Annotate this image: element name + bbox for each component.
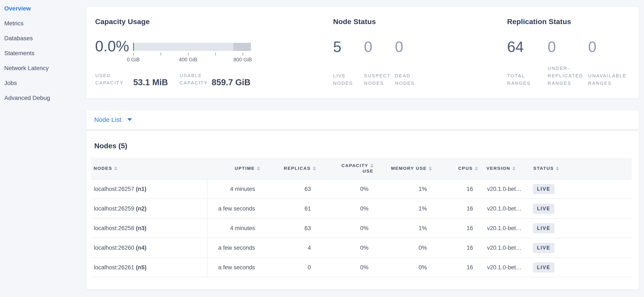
live-status-badge: LIVE: [533, 243, 554, 253]
sort-up-arrow-icon: [370, 164, 374, 165]
sidebar-item-overview[interactable]: Overview: [0, 1, 85, 16]
summary-metric-value: 64: [507, 39, 548, 54]
node-address-cell: localhost:26259(n2): [91, 199, 208, 218]
summary-metric: 0SUSPECT NODES: [364, 41, 395, 87]
column-header-cpus[interactable]: CPUS: [432, 166, 478, 171]
uptime-cell: a few seconds: [208, 205, 260, 212]
node-address: localhost:26257: [94, 186, 134, 192]
sidebar-nav: OverviewMetricsDatabasesStatementsNetwor…: [0, 0, 85, 105]
cpus-cell: 16: [432, 264, 478, 271]
sort-down-arrow-icon: [257, 169, 260, 170]
uptime-cell: a few seconds: [208, 245, 260, 251]
column-header-uptime[interactable]: UPTIME: [208, 166, 260, 171]
summary-metric: 0DEAD NODES: [395, 41, 426, 87]
summary-metric-value: 0: [395, 39, 426, 54]
capacity-axis-labels: 0 GiB400 GiB800 GiB: [133, 57, 251, 63]
column-header-capacity_use[interactable]: CAPACITYUSE: [316, 163, 374, 174]
sidebar-item-statements[interactable]: Statements: [0, 46, 85, 61]
axis-tick: [133, 53, 134, 55]
summary-metric-value: 0: [364, 39, 395, 54]
sort-up-arrow-icon: [257, 166, 260, 168]
column-header-label: VERSION: [486, 166, 510, 171]
sidebar-item-databases[interactable]: Databases: [0, 31, 85, 46]
sort-down-arrow-icon: [475, 169, 478, 170]
nodes-table: NODESUPTIMEREPLICASCAPACITYUSEMEMORY USE…: [91, 158, 632, 278]
capacity-bar-chart: 0 GiB400 GiB800 GiB: [133, 43, 251, 63]
axis-tick-label: 400 GiB: [179, 57, 198, 63]
capacity-axis-ticks: [133, 53, 251, 55]
column-header-nodes[interactable]: NODES: [91, 166, 208, 171]
memory-use-cell: 1%: [374, 225, 432, 232]
node-address: localhost:26261: [94, 264, 134, 271]
sort-icon: [556, 166, 559, 170]
column-header-label: REPLICAS: [284, 166, 311, 171]
sort-down-arrow-icon: [313, 169, 316, 170]
node-address-cell: localhost:26261(n5): [91, 258, 208, 277]
summary-metric: 0UNDER-REPLICATED RANGES: [548, 41, 588, 87]
sort-down-arrow-icon: [429, 169, 432, 170]
table-row-node-n3[interactable]: localhost:26258(n3)4 minutes630%1%16v20.…: [91, 219, 632, 238]
summary-metric-label: SUSPECT NODES: [364, 72, 388, 87]
sidebar-item-network-latency[interactable]: Network Latency: [0, 61, 85, 76]
capacity-use-cell: 0%: [316, 186, 374, 192]
cpus-cell: 16: [432, 186, 478, 192]
memory-use-cell: 0%: [374, 264, 432, 271]
node-list-dropdown[interactable]: Node List: [86, 110, 639, 130]
cpus-cell: 16: [432, 225, 478, 232]
sort-icon: [114, 166, 117, 170]
table-row-node-n5[interactable]: localhost:26261(n5)a few seconds00%0%16v…: [91, 258, 632, 278]
summary-metric-value: 5: [333, 39, 364, 54]
version-cell: v20.1.0-bet…: [478, 186, 525, 192]
status-cell: LIVE: [525, 223, 632, 233]
node-address: localhost:26259: [94, 205, 134, 212]
axis-tick-label: 0 GiB: [127, 57, 140, 63]
node-status-metrics: 5LIVE NODES0SUSPECT NODES0DEAD NODES: [333, 41, 426, 87]
table-row-node-n4[interactable]: localhost:26260(n4)a few seconds40%0%16v…: [91, 238, 632, 258]
column-header-status[interactable]: STATUS: [525, 166, 632, 171]
node-id: (n4): [136, 245, 146, 251]
sort-down-arrow-icon: [556, 169, 559, 170]
node-address-cell: localhost:26260(n4): [91, 238, 208, 257]
capacity-use-cell: 0%: [316, 205, 374, 212]
capacity-bar-dark-segment: [233, 43, 251, 51]
nodes-table-body: localhost:26257(n1)4 minutes630%1%16v20.…: [91, 179, 632, 278]
column-header-label: CAPACITY: [342, 163, 368, 168]
capacity-usage-title: Capacity Usage: [95, 17, 150, 25]
live-status-badge: LIVE: [533, 263, 554, 273]
live-status-badge: LIVE: [533, 223, 554, 233]
sidebar-item-jobs[interactable]: Jobs: [0, 76, 85, 90]
node-status-section: Node Status 5LIVE NODES0SUSPECT NODES0DE…: [333, 7, 507, 98]
sidebar-item-metrics[interactable]: Metrics: [0, 16, 85, 31]
axis-tick: [188, 53, 188, 55]
sort-icon: [475, 166, 478, 170]
capacity-used-marker: [133, 43, 134, 51]
column-header-label: MEMORY USE: [391, 166, 427, 171]
capacity-stat-label: USABLE CAPACITY: [180, 72, 208, 86]
column-header-version[interactable]: VERSION: [478, 166, 525, 171]
axis-tick: [216, 53, 216, 55]
node-id: (n2): [136, 205, 146, 212]
column-header-replicas[interactable]: REPLICAS: [260, 166, 316, 171]
replication-status-section: Replication Status 64TOTAL RANGES0UNDER-…: [507, 7, 635, 98]
replicas-cell: 61: [260, 205, 316, 212]
version-cell: v20.1.0-bet…: [478, 205, 525, 212]
cpus-cell: 16: [432, 205, 478, 212]
capacity-stat-value: 53.1 MiB: [133, 78, 168, 86]
sort-icon: [313, 166, 316, 170]
sort-icon: [429, 166, 432, 170]
sidebar-item-advanced-debug[interactable]: Advanced Debug: [0, 90, 85, 105]
summary-metric-label: UNDER-REPLICATED RANGES: [548, 64, 586, 87]
node-id: (n5): [136, 264, 146, 271]
table-row-node-n2[interactable]: localhost:26259(n2)a few seconds610%1%16…: [91, 199, 632, 219]
column-header-memory_use[interactable]: MEMORY USE: [374, 166, 432, 171]
axis-tick: [243, 53, 243, 55]
version-cell: v20.1.0-bet…: [478, 245, 525, 251]
table-row-node-n1[interactable]: localhost:26257(n1)4 minutes630%1%16v20.…: [91, 179, 632, 199]
replicas-cell: 0: [260, 264, 316, 271]
capacity-stat-value: 859.7 GiB: [212, 78, 250, 86]
cluster-summary-card: Capacity Usage 0.0% 0 GiB400 GiB800 GiB …: [86, 6, 639, 99]
cpus-cell: 16: [432, 245, 478, 251]
status-cell: LIVE: [525, 184, 632, 194]
uptime-cell: a few seconds: [208, 264, 260, 271]
memory-use-cell: 1%: [374, 186, 432, 192]
